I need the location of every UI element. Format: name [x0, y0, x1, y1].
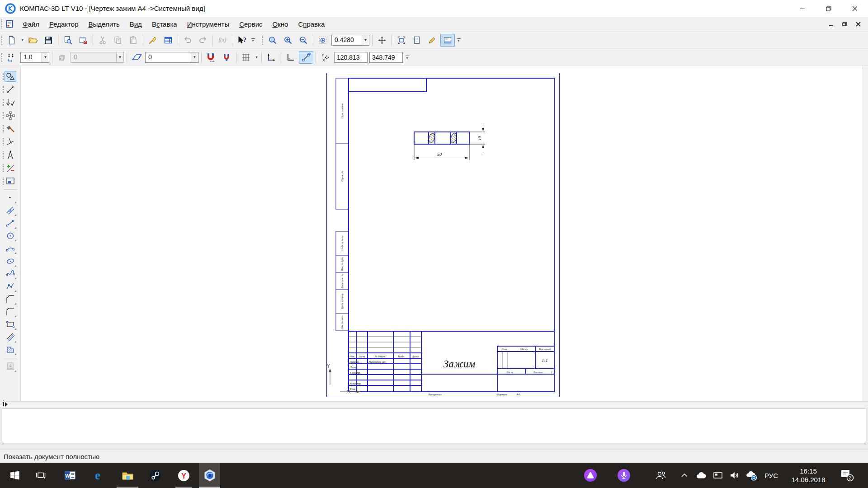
toolbar1-grip[interactable]: [1, 36, 2, 45]
zoom-in-button[interactable]: [281, 34, 295, 47]
menu-view[interactable]: Вид: [125, 18, 147, 30]
menu-window[interactable]: Окно: [268, 18, 293, 30]
open-document-button[interactable]: [26, 34, 40, 47]
tool-auxiliary-line[interactable]: [4, 204, 17, 217]
tool-spline[interactable]: [4, 267, 17, 280]
menu-select[interactable]: Выделить: [83, 18, 124, 30]
what-is-this-button[interactable]: ?: [235, 34, 249, 47]
microphone-icon[interactable]: [613, 463, 635, 488]
fx-button[interactable]: f(x): [215, 34, 230, 47]
menu-help[interactable]: Справка: [293, 18, 330, 30]
undo-button[interactable]: [180, 34, 195, 47]
alice-icon[interactable]: [580, 463, 601, 488]
tool-chamfer[interactable]: [4, 293, 17, 305]
cursor-step-dropdown[interactable]: ▼: [42, 52, 49, 62]
print-preview-button[interactable]: [61, 34, 75, 47]
tool-arc[interactable]: [4, 242, 17, 255]
view-number-dropdown[interactable]: ▼: [116, 52, 123, 62]
tool-point[interactable]: [4, 192, 17, 204]
edge-icon[interactable]: e: [87, 463, 108, 488]
tool-disabled-input[interactable]: [4, 360, 17, 373]
tool-rectangle[interactable]: [4, 318, 17, 331]
panel-spec-button[interactable]: [1, 161, 20, 174]
refresh-image-button[interactable]: [425, 34, 439, 47]
print-task-button[interactable]: [76, 34, 90, 47]
property-panel[interactable]: [2, 408, 866, 443]
mdi-restore-button[interactable]: [841, 20, 848, 28]
tool-fillet[interactable]: [4, 305, 17, 318]
layer-combo[interactable]: 0 ▼: [145, 52, 198, 63]
panel-designations-button[interactable]: [1, 96, 20, 109]
redo-button[interactable]: [196, 34, 210, 47]
tool-ellipse[interactable]: [4, 255, 17, 267]
fit-all-button[interactable]: [394, 34, 409, 47]
zoom-scale-dropdown[interactable]: ▼: [362, 35, 369, 45]
grid-button[interactable]: [239, 51, 253, 64]
show-document-button[interactable]: [410, 34, 424, 47]
panel-geometry-button[interactable]: [1, 70, 20, 83]
tool-segment[interactable]: [4, 217, 17, 230]
toolbar2-grip[interactable]: [1, 53, 2, 62]
coordinate-x-field[interactable]: 120.813: [334, 52, 368, 63]
new-document-button[interactable]: [5, 34, 19, 47]
coordinate-y-field[interactable]: 348.749: [369, 52, 403, 63]
panel-editing-button[interactable]: [1, 109, 20, 122]
save-document-button[interactable]: [41, 34, 56, 47]
menu-edit[interactable]: Редактор: [44, 18, 84, 30]
toolbar2-overflow[interactable]: ▾: [404, 51, 410, 64]
notification-center-button[interactable]: 2: [835, 463, 858, 488]
onedrive-icon[interactable]: [693, 463, 710, 488]
tool-multiline[interactable]: [4, 331, 17, 343]
start-button[interactable]: [5, 463, 25, 488]
view-number-combo[interactable]: 0 ▼: [71, 52, 124, 63]
menu-file[interactable]: Файл: [18, 18, 44, 30]
properties-table-button[interactable]: [161, 34, 175, 47]
network-icon[interactable]: [710, 463, 726, 488]
layer-dropdown[interactable]: ▼: [191, 52, 198, 62]
snap-settings-button[interactable]: [204, 51, 218, 64]
close-button[interactable]: [842, 0, 868, 17]
panel-dimensions-button[interactable]: [1, 83, 20, 96]
tool-hatch[interactable]: [4, 343, 17, 356]
view-toolbar-overflow[interactable]: ▾: [455, 34, 462, 47]
cut-button[interactable]: [95, 34, 110, 47]
word-icon[interactable]: W: [60, 463, 80, 488]
zoom-lens-button[interactable]: [265, 34, 280, 47]
copy-properties-button[interactable]: [146, 34, 160, 47]
grid-dropdown[interactable]: ▾: [254, 51, 259, 64]
snap-disable-button[interactable]: [219, 51, 234, 64]
mdi-minimize-button[interactable]: [827, 20, 835, 28]
copy-button[interactable]: [111, 34, 125, 47]
tool-polyline[interactable]: [4, 280, 17, 293]
menubar-grip[interactable]: [1, 19, 2, 28]
cursor-step-combo[interactable]: 1.0 ▼: [20, 52, 49, 63]
zoom-out-button[interactable]: [296, 34, 311, 47]
menu-tools[interactable]: Инструменты: [182, 18, 235, 30]
panel-toggle-button[interactable]: [440, 34, 455, 47]
zoom-area-button[interactable]: [316, 34, 330, 47]
new-document-dropdown[interactable]: ▾: [19, 34, 25, 47]
mdi-close-button[interactable]: [854, 20, 862, 28]
task-view-button[interactable]: [30, 463, 51, 488]
panel-parameterization-button[interactable]: [1, 122, 20, 135]
local-cs-button[interactable]: [264, 51, 278, 64]
menu-service[interactable]: Сервис: [234, 18, 267, 30]
vertical-scrollbar[interactable]: [863, 66, 868, 401]
paste-button[interactable]: [126, 34, 141, 47]
people-icon[interactable]: [651, 463, 671, 488]
clock[interactable]: 16:15 14.06.2018: [783, 463, 834, 488]
panel-view-button[interactable]: [1, 174, 20, 188]
kompas-taskbar-icon[interactable]: [199, 463, 220, 488]
panel-selection-button[interactable]: [1, 148, 20, 161]
pan-button[interactable]: [375, 34, 389, 47]
yandex-browser-icon[interactable]: Y: [173, 463, 194, 488]
restore-button[interactable]: [816, 0, 842, 17]
explorer-icon[interactable]: [117, 463, 138, 488]
toolbar1-overflow[interactable]: ▾: [250, 34, 256, 47]
steam-icon[interactable]: [144, 463, 166, 488]
tool-circle[interactable]: [4, 230, 17, 242]
language-indicator[interactable]: РУС: [761, 463, 781, 488]
panel-measure-button[interactable]: [1, 135, 20, 148]
speaker-icon[interactable]: [726, 463, 742, 488]
tray-chevron-icon[interactable]: [676, 463, 693, 488]
